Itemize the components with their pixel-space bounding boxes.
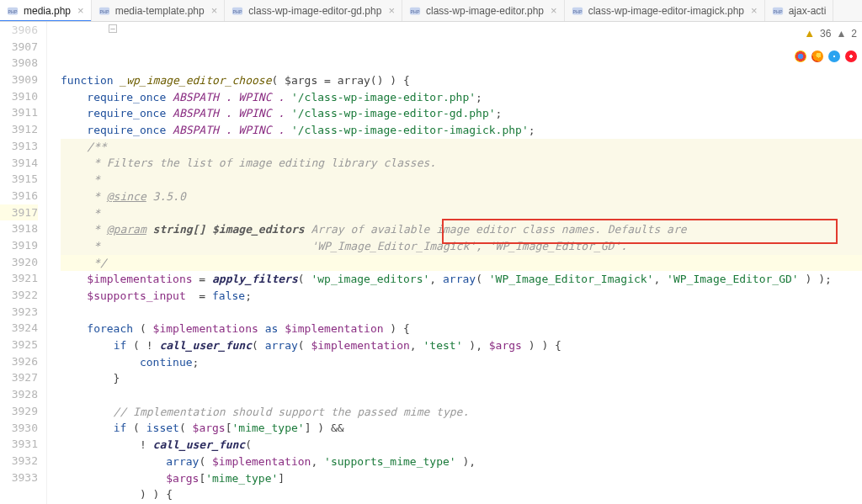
code-area[interactable]: – function _wp_image_editor_choose( $arg… <box>61 22 862 504</box>
code-line[interactable]: if ( ! call_user_func( array( $implement… <box>61 337 862 354</box>
tab-ajax-actions[interactable]: PHP ajax-acti <box>765 0 834 21</box>
fold-marker-icon[interactable]: – <box>109 24 117 33</box>
php-file-icon: PHP <box>772 5 784 17</box>
svg-text:PHP: PHP <box>572 8 582 13</box>
opera-icon[interactable] <box>845 50 857 62</box>
editor-tab-bar: PHP media.php × PHP media-template.php ×… <box>0 0 862 22</box>
svg-text:PHP: PHP <box>99 8 109 13</box>
code-line[interactable]: array( $implementation, 'supports_mime_t… <box>61 454 862 470</box>
tab-label: media.php <box>24 5 71 17</box>
tab-label: media-template.php <box>115 5 205 17</box>
code-line[interactable]: * @since 3.5.0 <box>61 188 862 205</box>
code-line[interactable]: foreach ( $implementations as $implement… <box>61 321 862 337</box>
tab-class-wp-image-editor-imagick[interactable]: PHP class-wp-image-editor-imagick.php × <box>565 0 765 21</box>
code-line[interactable]: require_once ABSPATH . WPINC . '/class-w… <box>61 105 862 122</box>
php-file-icon: PHP <box>409 5 421 17</box>
code-line[interactable]: $implementations = apply_filters( 'wp_im… <box>61 271 862 288</box>
code-line[interactable]: if ( isset( $args['mime_type'] ) && <box>61 420 862 437</box>
tab-media-php[interactable]: PHP media.php × <box>0 0 92 21</box>
tab-label: class-wp-image-editor-gd.php <box>248 5 381 17</box>
line-number-gutter: 3906390739083909391039113912391339143915… <box>0 22 47 504</box>
code-line[interactable]: * Filters the list of image editing libr… <box>61 155 862 172</box>
code-line[interactable]: ! call_user_func( <box>61 437 862 454</box>
svg-text:PHP: PHP <box>773 8 782 13</box>
code-editor[interactable]: 3906390739083909391039113912391339143915… <box>0 22 862 504</box>
php-file-icon: PHP <box>572 5 583 17</box>
code-line[interactable]: /** <box>61 139 862 156</box>
code-line[interactable]: continue; <box>61 354 862 371</box>
close-icon[interactable]: × <box>551 4 557 17</box>
php-file-icon: PHP <box>98 5 110 17</box>
firefox-icon[interactable] <box>811 50 823 62</box>
code-line[interactable]: ) ) { <box>61 486 862 503</box>
code-line[interactable]: * 'WP_Image_Editor_Imagick', 'WP_Image_E… <box>61 238 862 255</box>
close-icon[interactable]: × <box>388 4 395 17</box>
tab-media-template-php[interactable]: PHP media-template.php × <box>92 0 226 21</box>
problems-status[interactable]: ▲ 36 ▲ 2 <box>804 27 857 40</box>
php-file-icon: PHP <box>231 5 243 17</box>
code-line[interactable]: * <box>61 172 862 188</box>
code-line[interactable]: * @param string[] $image_editors Array o… <box>61 221 862 238</box>
svg-text:PHP: PHP <box>8 8 18 13</box>
code-line[interactable]: function _wp_image_editor_choose( $args … <box>61 72 862 89</box>
tab-label: class-wp-image-editor-imagick.php <box>588 5 744 17</box>
close-icon[interactable]: × <box>211 4 218 17</box>
tab-label: class-wp-image-editor.php <box>426 5 544 17</box>
tab-label: ajax-acti <box>789 5 827 17</box>
info-count: 2 <box>851 28 857 40</box>
safari-icon[interactable] <box>828 50 840 62</box>
svg-text:PHP: PHP <box>233 8 242 13</box>
fold-column <box>47 22 61 504</box>
weak-warning-icon: ▲ <box>836 28 846 40</box>
tab-class-wp-image-editor-gd[interactable]: PHP class-wp-image-editor-gd.php × <box>225 0 402 21</box>
warning-icon: ▲ <box>804 27 815 40</box>
code-line[interactable] <box>61 305 862 321</box>
code-line[interactable]: // Implementation should support the pas… <box>61 404 862 421</box>
code-line[interactable]: */ <box>61 255 862 272</box>
svg-text:PHP: PHP <box>411 8 420 13</box>
close-icon[interactable]: × <box>77 4 84 17</box>
code-line[interactable]: * <box>61 205 862 222</box>
browser-preview-icons <box>795 50 857 62</box>
close-icon[interactable]: × <box>751 4 758 17</box>
code-line[interactable]: $supports_input = false; <box>61 288 862 305</box>
chrome-icon[interactable] <box>795 50 806 62</box>
code-line[interactable]: require_once ABSPATH . WPINC . '/class-w… <box>61 89 862 106</box>
php-file-icon: PHP <box>7 5 19 17</box>
code-line[interactable] <box>61 387 862 404</box>
code-line[interactable]: $args['mime_type'] <box>61 470 862 487</box>
code-line[interactable]: } <box>61 370 862 387</box>
tab-class-wp-image-editor[interactable]: PHP class-wp-image-editor.php × <box>402 0 565 21</box>
code-line[interactable]: require_once ABSPATH . WPINC . '/class-w… <box>61 122 862 139</box>
warning-count: 36 <box>820 28 831 40</box>
